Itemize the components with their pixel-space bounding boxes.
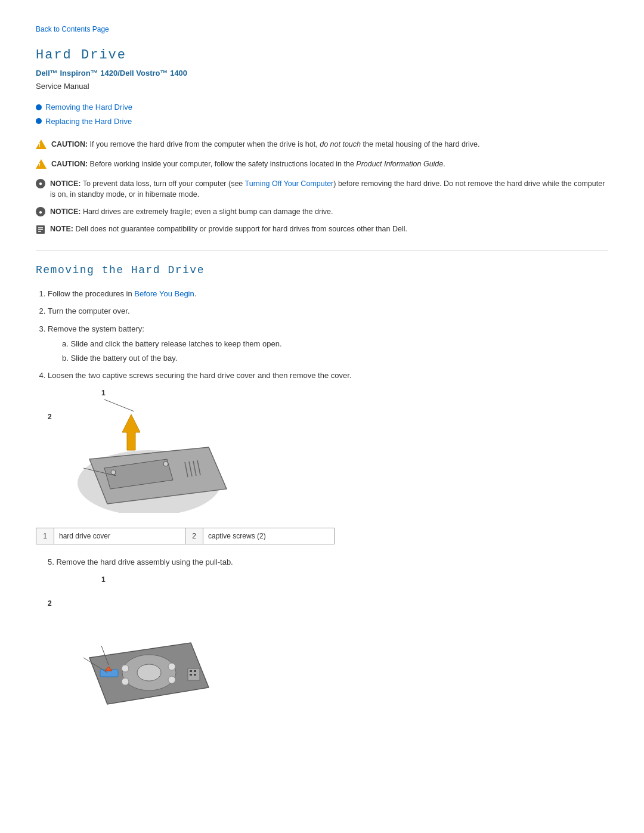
- note-block-1: NOTE: Dell does not guarantee compatibil…: [36, 224, 608, 238]
- step-1: Follow the procedures in Before You Begi…: [48, 288, 608, 300]
- subtitle-bold: Dell™ Inspiron™ 1420/Dell Vostro™ 1400: [36, 67, 608, 79]
- toc-link-replacing[interactable]: Replacing the Hard Drive: [45, 116, 132, 128]
- notice-text-1: NOTICE: To prevent data loss, turn off y…: [50, 178, 608, 201]
- note-text-1: NOTE: Dell does not guarantee compatibil…: [50, 224, 407, 235]
- step-4: Loosen the two captive screws securing t…: [48, 370, 608, 382]
- caution-icon-1: [36, 140, 47, 153]
- subtitle-normal: Service Manual: [36, 80, 608, 92]
- toc-bullet-replacing: [36, 118, 42, 124]
- svg-rect-27: [190, 674, 192, 676]
- sub-step-a: a. Slide and click the battery release l…: [62, 338, 608, 350]
- parts-num-1: 1: [36, 528, 54, 544]
- svg-line-12: [104, 400, 134, 411]
- section-divider: [36, 250, 608, 250]
- svg-point-5: [111, 470, 116, 475]
- turning-off-link[interactable]: Turning Off Your Computer: [245, 179, 334, 188]
- svg-rect-28: [194, 674, 196, 676]
- parts-num-2: 2: [185, 528, 203, 544]
- toc-link-removing[interactable]: Removing the Hard Drive: [45, 101, 132, 113]
- toc-item-replacing: Replacing the Hard Drive: [36, 116, 608, 128]
- toc-list: Removing the Hard Drive Replacing the Ha…: [36, 101, 608, 127]
- caution-block-1: CAUTION: If you remove the hard drive fr…: [36, 139, 608, 153]
- caution-text-1: CAUTION: If you remove the hard drive fr…: [51, 139, 479, 150]
- svg-point-16: [122, 665, 129, 672]
- parts-label-2: captive screws (2): [203, 528, 335, 544]
- parts-row-1: 1 hard drive cover 2 captive screws (2): [36, 528, 335, 544]
- svg-point-19: [168, 676, 175, 683]
- caution-triangle-2: [36, 159, 47, 169]
- diagram-1-container: 1 2: [36, 394, 608, 516]
- svg-rect-26: [194, 670, 196, 672]
- step-3: Remove the system battery: a. Slide and …: [48, 323, 608, 364]
- note-svg-icon: [36, 225, 45, 234]
- caution-icon-2: [36, 159, 47, 172]
- step-2: Turn the computer over.: [48, 305, 608, 317]
- diagram2-svg: [60, 580, 239, 711]
- section-removing-title: Removing the Hard Drive: [36, 262, 608, 278]
- sub-step-b: b. Slide the battery out of the bay.: [62, 352, 608, 364]
- caution-triangle-1: [36, 140, 47, 149]
- before-you-begin-link[interactable]: Before You Begin: [134, 289, 194, 298]
- diagram-2-container: 1 2: [36, 580, 608, 715]
- sub-steps-battery: a. Slide and click the battery release l…: [62, 338, 608, 364]
- page-title: Hard Drive: [36, 45, 608, 65]
- parts-table-1: 1 hard drive cover 2 captive screws (2): [36, 528, 335, 544]
- parts-label-1: hard drive cover: [54, 528, 185, 544]
- diagram2-label2: 2: [48, 598, 52, 609]
- diagram2-label1: 1: [101, 574, 106, 585]
- step-5: 5. Remove the hard drive assembly using …: [48, 556, 608, 568]
- notice-icon-2: ●: [36, 207, 45, 216]
- svg-point-15: [137, 664, 161, 681]
- caution-block-2: CAUTION: Before working inside your comp…: [36, 159, 608, 172]
- notice-block-1: ● NOTICE: To prevent data loss, turn off…: [36, 178, 608, 201]
- notice-text-2: NOTICE: Hard drives are extremely fragil…: [50, 206, 333, 218]
- note-icon-1: [36, 225, 45, 238]
- diagram1-label2: 2: [48, 411, 52, 422]
- diagram1-svg: [60, 394, 239, 513]
- steps-list: Follow the procedures in Before You Begi…: [48, 288, 608, 382]
- svg-point-18: [122, 678, 129, 685]
- notice-block-2: ● NOTICE: Hard drives are extremely frag…: [36, 206, 608, 218]
- svg-point-6: [163, 462, 168, 466]
- svg-point-17: [168, 663, 175, 670]
- svg-rect-25: [190, 670, 192, 672]
- caution-text-2: CAUTION: Before working inside your comp…: [51, 159, 445, 170]
- diagram1-label1: 1: [101, 388, 106, 398]
- svg-marker-11: [122, 414, 140, 450]
- notice-icon-1: ●: [36, 179, 45, 188]
- toc-bullet-removing: [36, 104, 42, 110]
- toc-item-removing: Removing the Hard Drive: [36, 101, 608, 113]
- back-to-contents-link[interactable]: Back to Contents Page: [36, 24, 608, 35]
